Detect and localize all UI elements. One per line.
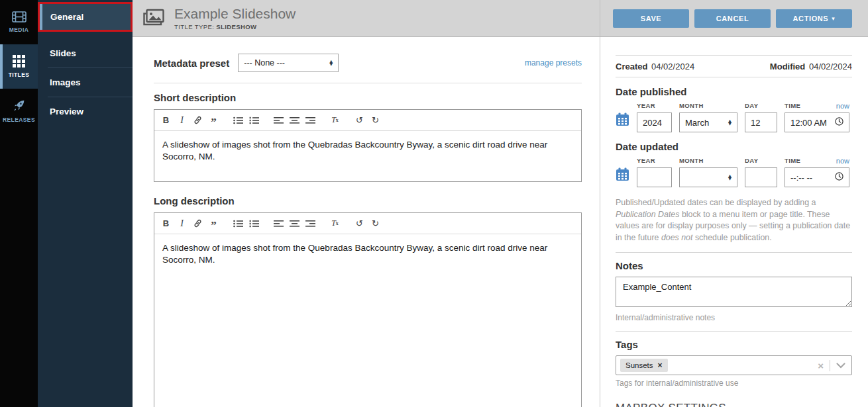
published-day-input[interactable] (745, 113, 777, 132)
date-published-row: YEAR MONTH March ▲▼ DAY (616, 102, 852, 132)
published-now-link[interactable]: now (836, 102, 849, 110)
short-description-heading: Short description (154, 92, 582, 103)
align-right-icon[interactable] (305, 217, 316, 230)
align-right-icon[interactable] (305, 114, 316, 126)
align-center-icon[interactable] (289, 114, 300, 126)
sidebar-item-preview[interactable]: Preview (38, 97, 133, 126)
updated-time-input[interactable]: --:-- -- (785, 167, 849, 187)
nav-label-media: MEDIA (9, 26, 28, 33)
italic-icon[interactable]: I (176, 217, 188, 230)
sidebar-item-images[interactable]: Images (38, 68, 133, 97)
updated-day-field: DAY (745, 157, 777, 187)
page-title: Example Slideshow (174, 6, 296, 21)
rich-text-toolbar: B I ” Tx ↺ ↻ (154, 213, 581, 234)
nav-item-media[interactable]: MEDIA (0, 0, 38, 44)
sidebar-item-slides[interactable]: Slides (38, 39, 133, 68)
published-day-field: DAY (745, 102, 777, 132)
blockquote-icon[interactable]: ” (208, 112, 219, 128)
notes-input[interactable]: Example_Content (616, 277, 852, 307)
dropdown-chevron-icon[interactable] (836, 359, 845, 371)
tags-controls: × (818, 359, 845, 371)
cancel-button[interactable]: CANCEL (694, 9, 771, 28)
tags-input[interactable]: Sunsets × × (616, 355, 852, 375)
chevron-down-icon: ▾ (832, 15, 835, 22)
metadata-preset-select[interactable]: --- None --- ▲▼ (238, 54, 339, 72)
slideshow-icon (142, 8, 166, 29)
long-description-input[interactable]: A slideshow of images shot from the Queb… (154, 234, 581, 407)
divider (616, 252, 852, 253)
select-arrows-icon: ▲▼ (728, 175, 732, 180)
align-center-icon[interactable] (289, 217, 300, 230)
clear-tags-icon[interactable]: × (818, 361, 824, 371)
long-description-heading: Long description (154, 195, 582, 206)
blockquote-icon[interactable]: ” (208, 215, 219, 232)
sidebar-item-general[interactable]: General (38, 2, 133, 32)
published-month-field: MONTH March ▲▼ (679, 102, 737, 132)
remove-tag-icon[interactable]: × (658, 361, 663, 369)
long-description-editor: B I ” Tx ↺ ↻ A slideshow of images shot … (154, 212, 582, 407)
published-month-select[interactable]: March ▲▼ (679, 113, 737, 132)
updated-month-select[interactable]: ▲▼ (679, 167, 737, 187)
notes-heading: Notes (616, 260, 852, 271)
save-button[interactable]: SAVE (613, 9, 689, 28)
tag-chip[interactable]: Sunsets × (620, 359, 668, 372)
updated-now-link[interactable]: now (836, 157, 849, 165)
sidebar-label-preview: Preview (50, 107, 83, 116)
title-section-sidebar: General Slides Images Preview (38, 0, 133, 407)
created-date: Created 04/02/2024 (616, 62, 694, 71)
link-icon[interactable] (192, 114, 203, 126)
align-left-icon[interactable] (273, 114, 284, 126)
published-year-field: YEAR (637, 102, 672, 132)
short-description-input[interactable]: A slideshow of images shot from the Queb… (154, 131, 581, 181)
sidebar-label-general: General (50, 12, 83, 22)
year-label: YEAR (637, 157, 672, 164)
film-icon (12, 11, 27, 23)
numbered-list-icon[interactable] (248, 217, 260, 230)
published-year-input[interactable] (637, 113, 672, 132)
updated-day-input[interactable] (745, 167, 777, 187)
header-buttons: SAVE CANCEL ACTIONS▾ (613, 9, 852, 28)
manage-presets-link[interactable]: manage presets (525, 58, 582, 68)
general-form: Metadata preset --- None --- ▲▼ manage p… (133, 37, 600, 407)
rich-text-toolbar: B I ” Tx ↺ ↻ (154, 110, 581, 131)
updated-year-input[interactable] (637, 167, 672, 187)
nav-label-releases: RELEASES (3, 116, 35, 123)
link-icon[interactable] (192, 217, 203, 230)
undo-icon[interactable]: ↺ (354, 114, 365, 126)
mapbox-settings-heading: MAPBOX SETTINGS (616, 402, 852, 407)
published-time-input[interactable]: 12:00 AM (785, 113, 849, 132)
bullet-list-icon[interactable] (233, 114, 244, 126)
redo-icon[interactable]: ↻ (370, 217, 381, 230)
title-type: TITLE TYPE:SLIDESHOW (174, 23, 296, 30)
rocket-icon (12, 99, 26, 113)
nav-label-titles: TITLES (9, 71, 30, 78)
primary-nav-rail: MEDIA TITLES RELEASES (0, 0, 38, 407)
page-header: Example Slideshow TITLE TYPE:SLIDESHOW S… (133, 0, 868, 37)
nav-item-titles[interactable]: TITLES (0, 44, 38, 89)
calendar-icon[interactable] (616, 167, 629, 184)
numbered-list-icon[interactable] (248, 114, 260, 126)
spacer (38, 32, 133, 39)
select-arrows-icon: ▲▼ (329, 60, 333, 66)
month-label: MONTH (679, 102, 737, 109)
redo-icon[interactable]: ↻ (370, 114, 381, 126)
divider (154, 83, 582, 83)
bold-icon[interactable]: B (160, 114, 172, 126)
bold-icon[interactable]: B (160, 217, 172, 230)
panel-divider (600, 0, 600, 36)
italic-icon[interactable]: I (176, 114, 188, 126)
clear-formatting-icon[interactable]: Tx (329, 114, 341, 126)
align-left-icon[interactable] (273, 217, 284, 230)
calendar-icon[interactable] (616, 113, 629, 129)
clock-icon (835, 172, 843, 183)
updated-month-field: MONTH ▲▼ (679, 157, 737, 187)
sidebar-label-slides: Slides (50, 48, 76, 58)
divider (616, 77, 852, 77)
bullet-list-icon[interactable] (233, 217, 244, 230)
clear-formatting-icon[interactable]: Tx (329, 217, 341, 230)
year-label: YEAR (637, 102, 672, 109)
undo-icon[interactable]: ↺ (354, 217, 365, 230)
tag-chip-label: Sunsets (625, 361, 653, 369)
nav-item-releases[interactable]: RELEASES (0, 89, 38, 133)
actions-button[interactable]: ACTIONS▾ (776, 9, 852, 28)
